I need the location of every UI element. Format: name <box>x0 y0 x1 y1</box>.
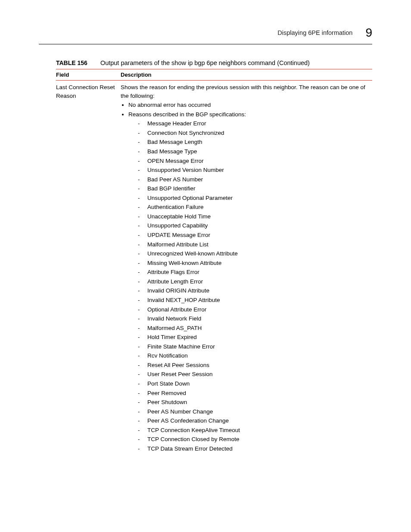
dash-item: Peer AS Confederation Change <box>138 417 370 425</box>
bullet-item-label: Reasons described in the BGP specificati… <box>128 111 246 118</box>
dash-item: Invalid NEXT_HOP Attribute <box>138 296 370 305</box>
parameters-table: Field Description Last Connection Reset … <box>56 69 372 457</box>
column-header-field: Field <box>56 69 121 81</box>
cell-description: Shows the reason for ending the previous… <box>121 81 372 457</box>
table-caption: Output parameters of the show ip bgp 6pe… <box>100 59 310 66</box>
column-header-description: Description <box>121 69 372 81</box>
table-row: Last Connection Reset Reason Shows the r… <box>56 81 372 457</box>
bullet-item: Reasons described in the BGP specificati… <box>128 110 370 453</box>
dash-item: Malformed AS_PATH <box>138 324 370 333</box>
dash-item: Bad Message Type <box>138 147 370 156</box>
table-caption-row: TABLE 156 Output parameters of the show … <box>39 59 372 66</box>
page-container: Displaying 6PE information 9 TABLE 156 O… <box>0 0 411 474</box>
dash-item: Rcv Notification <box>138 352 370 360</box>
dash-item: Authentication Failure <box>138 203 370 212</box>
dash-item: Malformed Attribute List <box>138 240 370 249</box>
dash-item: Optional Attribute Error <box>138 305 370 314</box>
bullet-item: No abnormal error has occurred <box>128 101 370 109</box>
dash-item: TCP Connection Closed by Remote <box>138 435 370 444</box>
dash-item: Unsupported Capability <box>138 221 370 230</box>
dash-item: Unsupported Version Number <box>138 166 370 174</box>
cell-field: Last Connection Reset Reason <box>56 81 121 457</box>
dash-item: Invalid Network Field <box>138 314 370 323</box>
dash-item: Peer Shutdown <box>138 398 370 407</box>
page-header: Displaying 6PE information 9 <box>39 26 372 40</box>
dash-item: Peer Removed <box>138 389 370 398</box>
dash-item: Attribute Length Error <box>138 277 370 286</box>
dash-item: TCP Data Stream Error Detected <box>138 445 370 453</box>
dash-item: OPEN Message Error <box>138 157 370 165</box>
dash-item: Invalid ORIGIN Attribute <box>138 286 370 295</box>
dash-item: Finite State Machine Error <box>138 342 370 351</box>
dash-item: Bad BGP Identifier <box>138 184 370 193</box>
bullet-list: No abnormal error has occurred Reasons d… <box>128 101 370 453</box>
dash-item: Hold Timer Expired <box>138 333 370 342</box>
header-section-title: Displaying 6PE information <box>277 29 352 36</box>
dash-item: Attribute Flags Error <box>138 268 370 277</box>
dash-item: Missing Well-known Attribute <box>138 259 370 268</box>
dash-item: UPDATE Message Error <box>138 231 370 240</box>
header-divider <box>39 44 372 44</box>
dash-item: Unsupported Optional Parameter <box>138 194 370 202</box>
dash-item: Bad Message Length <box>138 138 370 146</box>
dash-item: Unacceptable Hold Time <box>138 212 370 221</box>
dash-item: Message Header Error <box>138 119 370 128</box>
dash-item: TCP Connection KeepAlive Timeout <box>138 426 370 435</box>
dash-item: Port State Down <box>138 380 370 388</box>
dash-item: User Reset Peer Session <box>138 370 370 379</box>
dash-item: Peer AS Number Change <box>138 408 370 416</box>
table-header-row: Field Description <box>56 69 372 81</box>
description-intro: Shows the reason for ending the previous… <box>121 83 370 100</box>
dash-list: Message Header ErrorConnection Not Synch… <box>138 119 370 453</box>
dash-item: Connection Not Synchronized <box>138 129 370 137</box>
dash-item: Bad Peer AS Number <box>138 175 370 184</box>
chapter-number: 9 <box>365 26 372 40</box>
dash-item: Reset All Peer Sessions <box>138 361 370 370</box>
dash-item: Unrecognized Well-known Attribute <box>138 249 370 258</box>
table-number: TABLE 156 <box>56 59 87 66</box>
